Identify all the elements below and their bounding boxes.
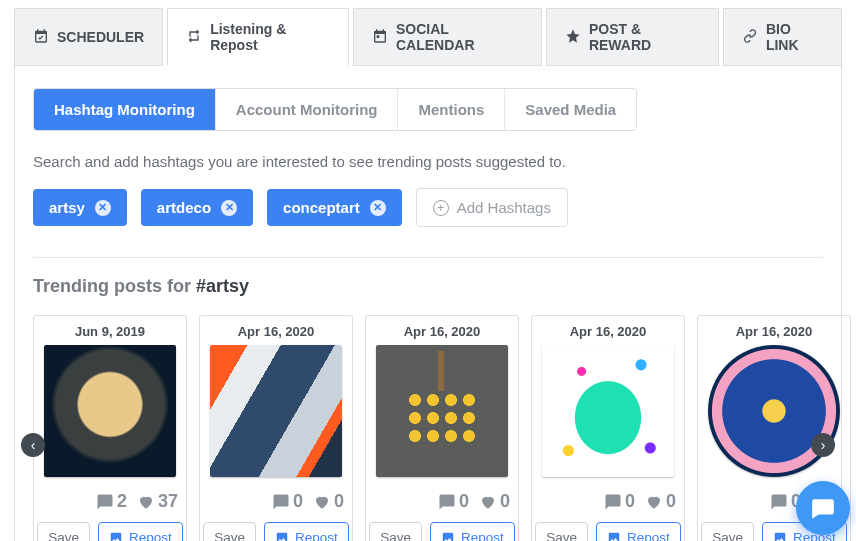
heart-icon	[313, 493, 331, 511]
post-thumbnail[interactable]	[376, 345, 508, 477]
comments-metric: 0	[438, 491, 469, 512]
comment-icon	[272, 493, 290, 511]
sub-tabs: Hashtag Monitoring Account Monitoring Me…	[33, 88, 637, 131]
post-date: Jun 9, 2019	[75, 324, 145, 339]
post-card: Apr 16, 2020 0 0 Save Repost	[199, 315, 353, 541]
image-icon	[109, 531, 123, 542]
trending-carousel: ‹ › Jun 9, 2019 2 37 Save Repost	[33, 311, 823, 541]
calendar-icon	[372, 28, 388, 47]
tab-label: SOCIAL CALENDAR	[396, 21, 523, 53]
subtab-hashtag-monitoring[interactable]: Hashtag Monitoring	[34, 89, 216, 130]
comment-icon	[438, 493, 456, 511]
heart-icon	[137, 493, 155, 511]
hashtag-chip-artdeco[interactable]: artdeco ✕	[141, 189, 253, 226]
likes-metric: 0	[313, 491, 344, 512]
star-icon	[565, 28, 581, 47]
hashtag-chip-row: artsy ✕ artdeco ✕ conceptart ✕ + Add Has…	[33, 188, 823, 227]
chat-icon	[810, 495, 836, 521]
save-button[interactable]: Save	[37, 522, 90, 541]
subtab-mentions[interactable]: Mentions	[398, 89, 505, 130]
subtab-saved-media[interactable]: Saved Media	[505, 89, 636, 130]
likes-metric: 0	[479, 491, 510, 512]
tab-bio-link[interactable]: BIO LINK	[723, 8, 842, 66]
panel: Hashtag Monitoring Account Monitoring Me…	[14, 66, 842, 541]
tab-scheduler[interactable]: SCHEDULER	[14, 8, 163, 66]
carousel-next-button[interactable]: ›	[811, 433, 835, 457]
tab-post-reward[interactable]: POST & REWARD	[546, 8, 719, 66]
comment-icon	[96, 493, 114, 511]
save-button[interactable]: Save	[369, 522, 422, 541]
tab-label: BIO LINK	[766, 21, 823, 53]
chip-label: artdeco	[157, 199, 211, 216]
comments-metric: 2	[96, 491, 127, 512]
post-metrics: 0 0	[438, 491, 510, 512]
post-date: Apr 16, 2020	[570, 324, 647, 339]
post-date: Apr 16, 2020	[736, 324, 813, 339]
remove-icon[interactable]: ✕	[95, 200, 111, 216]
likes-metric: 0	[645, 491, 676, 512]
chat-fab[interactable]	[796, 481, 850, 535]
add-label: Add Hashtags	[457, 199, 551, 216]
chip-label: conceptart	[283, 199, 360, 216]
subtab-account-monitoring[interactable]: Account Monitoring	[216, 89, 399, 130]
tab-social-calendar[interactable]: SOCIAL CALENDAR	[353, 8, 542, 66]
comment-icon	[770, 493, 788, 511]
save-button[interactable]: Save	[203, 522, 256, 541]
post-date: Apr 16, 2020	[404, 324, 481, 339]
post-metrics: 2 37	[96, 491, 178, 512]
heart-icon	[645, 493, 663, 511]
hashtag-chip-conceptart[interactable]: conceptart ✕	[267, 189, 402, 226]
calendar-check-icon	[33, 28, 49, 47]
tab-listening-repost[interactable]: Listening & Repost	[167, 8, 349, 66]
repost-button[interactable]: Repost	[264, 522, 349, 541]
post-date: Apr 16, 2020	[238, 324, 315, 339]
remove-icon[interactable]: ✕	[221, 200, 237, 216]
image-icon	[607, 531, 621, 542]
plus-icon: +	[433, 200, 449, 216]
comments-metric: 0	[272, 491, 303, 512]
divider	[33, 257, 823, 258]
image-icon	[773, 531, 787, 542]
likes-metric: 37	[137, 491, 178, 512]
link-icon	[742, 28, 758, 47]
carousel-prev-button[interactable]: ‹	[21, 433, 45, 457]
remove-icon[interactable]: ✕	[370, 200, 386, 216]
repost-button[interactable]: Repost	[430, 522, 515, 541]
repost-button[interactable]: Repost	[596, 522, 681, 541]
image-icon	[441, 531, 455, 542]
tab-label: SCHEDULER	[57, 29, 144, 45]
comment-icon	[604, 493, 622, 511]
post-metrics: 0 0	[604, 491, 676, 512]
heart-icon	[479, 493, 497, 511]
post-thumbnail[interactable]	[210, 345, 342, 477]
instruction-text: Search and add hashtags you are interest…	[33, 153, 823, 170]
post-thumbnail[interactable]	[708, 345, 840, 477]
post-thumbnail[interactable]	[542, 345, 674, 477]
post-card: Jun 9, 2019 2 37 Save Repost	[33, 315, 187, 541]
image-icon	[275, 531, 289, 542]
save-button[interactable]: Save	[701, 522, 754, 541]
post-card: Apr 16, 2020 0 0 Save Repost	[365, 315, 519, 541]
post-thumbnail[interactable]	[44, 345, 176, 477]
add-hashtags-button[interactable]: + Add Hashtags	[416, 188, 568, 227]
comments-metric: 0	[604, 491, 635, 512]
tab-label: POST & REWARD	[589, 21, 700, 53]
hashtag-chip-artsy[interactable]: artsy ✕	[33, 189, 127, 226]
save-button[interactable]: Save	[535, 522, 588, 541]
post-card: Apr 16, 2020 0 0 Save Repost	[531, 315, 685, 541]
top-tabs: SCHEDULER Listening & Repost SOCIAL CALE…	[14, 8, 842, 66]
card-list: Jun 9, 2019 2 37 Save Repost Apr 16, 202…	[33, 311, 823, 541]
repost-button[interactable]: Repost	[98, 522, 183, 541]
trending-title: Trending posts for #artsy	[33, 276, 823, 297]
post-metrics: 0 0	[272, 491, 344, 512]
retweet-icon	[186, 28, 202, 47]
tab-label: Listening & Repost	[210, 21, 330, 53]
chip-label: artsy	[49, 199, 85, 216]
